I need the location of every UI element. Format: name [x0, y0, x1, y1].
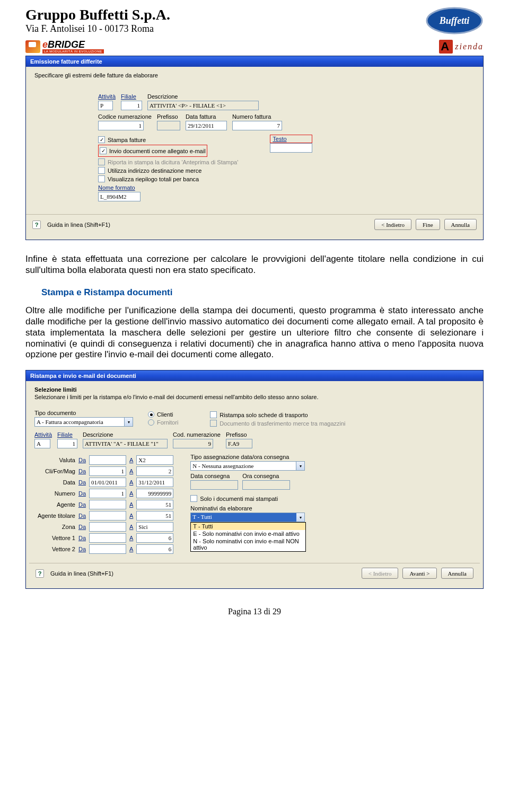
- input-data-da[interactable]: [89, 478, 126, 487]
- label2-filiale[interactable]: Filiale: [57, 431, 77, 438]
- input-vett1-da[interactable]: [89, 533, 126, 543]
- help-link2[interactable]: Guida in linea (Shift+F1): [50, 570, 113, 577]
- input-tipoass[interactable]: [190, 461, 296, 471]
- svg-text:Buffetti: Buffetti: [439, 15, 470, 26]
- input-nominativi[interactable]: T - Tutti: [190, 513, 296, 522]
- input-num-da[interactable]: [89, 489, 126, 498]
- input2-descr: [83, 439, 168, 448]
- input-agente-da[interactable]: [89, 500, 126, 509]
- window-instruction: Specificare gli estremi delle fatture da…: [34, 72, 475, 78]
- input2-filiale[interactable]: [57, 439, 77, 448]
- input-attivita[interactable]: [98, 101, 113, 110]
- input2-attivita[interactable]: [34, 439, 50, 448]
- window-ristampa-invio: Ristampa e invio e-mail dei documenti Se…: [25, 370, 484, 589]
- input-datafattura[interactable]: [186, 121, 227, 130]
- input-vett1-a[interactable]: [136, 533, 173, 543]
- dropdown-arrow-icon[interactable]: ▾: [125, 417, 133, 427]
- window-emissione-fatture: Emissione fatture differite Specificare …: [25, 56, 484, 240]
- input-descrizione: [147, 101, 259, 110]
- label-codnum: Codice numerazione: [98, 113, 152, 120]
- input-codnum[interactable]: [98, 121, 144, 130]
- checkbox-ristampa-schede[interactable]: [210, 411, 217, 418]
- paragraph-stampa-ristampa: Oltre alle modifiche per l'unificazione …: [25, 305, 484, 360]
- label-attivita[interactable]: Attività: [98, 93, 116, 100]
- cancel-button2[interactable]: Annulla: [441, 568, 473, 579]
- back-button2: < Indietro: [362, 568, 399, 579]
- cancel-button[interactable]: Annulla: [444, 219, 477, 230]
- label2-attivita[interactable]: Attività: [34, 431, 52, 438]
- input-cfm-a[interactable]: [136, 466, 173, 476]
- input-agentetit-a[interactable]: [136, 511, 173, 520]
- limits-grid: ValutaDaA Cli/For/MagDaA DataDaA NumeroD…: [34, 454, 177, 555]
- input-numerofattura[interactable]: [232, 121, 282, 130]
- dropdown-nominativi-list[interactable]: T - Tutti E - Solo nominativi con invio …: [190, 522, 306, 552]
- input-agentetit-da[interactable]: [89, 511, 126, 520]
- label-filiale[interactable]: Filiale: [121, 93, 142, 100]
- checkbox-invio-email[interactable]: ✓: [100, 147, 107, 154]
- label-datafattura: Data fattura: [186, 113, 227, 120]
- checkbox-riporta-anteprima: [98, 158, 105, 165]
- ebridge-box-icon: [25, 40, 40, 53]
- dropdown-arrow-icon[interactable]: ▾: [296, 513, 305, 522]
- input-prefisso: [157, 121, 180, 130]
- company-address: Via F. Antolisei 10 - 00173 Roma: [25, 23, 170, 34]
- input-num-a[interactable]: [136, 489, 173, 498]
- input-valuta-da[interactable]: [89, 455, 126, 465]
- input-filiale[interactable]: [121, 101, 142, 110]
- input-data-a[interactable]: [136, 478, 173, 487]
- help-icon: ?: [36, 569, 44, 578]
- label2-descr: Descrizione: [83, 431, 168, 438]
- label-descrizione: Descrizione: [147, 93, 259, 100]
- checkbox-doc-trasferimento: [210, 420, 217, 427]
- selezione-limiti-label: Selezione limiti: [34, 386, 475, 393]
- input-zona-a[interactable]: [136, 522, 173, 532]
- input-cfm-da[interactable]: [89, 466, 126, 476]
- window2-titlebar: Ristampa e invio e-mail dei documenti: [26, 370, 483, 381]
- azienda-a-icon: A: [439, 40, 453, 54]
- window2-instruction: Selezionare i limiti per la ristampa e/o…: [34, 394, 475, 400]
- section-heading: Stampa e Ristampa documenti: [41, 287, 484, 298]
- help-link[interactable]: Guida in linea (Shift+F1): [47, 222, 110, 228]
- input2-prefisso: [226, 439, 252, 448]
- help-icon: ?: [32, 220, 41, 229]
- label-numerofattura: Numero fattura: [232, 113, 282, 120]
- checkbox-indirizzo-merce[interactable]: [98, 167, 105, 174]
- input-tipodoc[interactable]: [34, 417, 125, 427]
- label-nomeformato[interactable]: Nome formato: [98, 184, 238, 191]
- paragraph-correzione: Infine è stata effettuata una correzione…: [25, 254, 484, 276]
- input-vett2-a[interactable]: [136, 544, 173, 554]
- azienda-logo: A zienda: [439, 40, 484, 54]
- input2-codnum: [173, 439, 213, 448]
- window-titlebar: Emissione fatture differite: [26, 56, 483, 67]
- label-testo[interactable]: Testo: [271, 136, 287, 142]
- input-zona-da[interactable]: [89, 522, 126, 532]
- finish-button[interactable]: Fine: [416, 219, 440, 230]
- next-button[interactable]: Avanti >: [402, 568, 436, 579]
- input-agente-a[interactable]: [136, 500, 173, 509]
- buffetti-logo: Buffetti: [425, 6, 484, 35]
- input-oracons: [242, 480, 290, 490]
- radio-clienti[interactable]: [148, 411, 154, 418]
- input-testo[interactable]: [270, 143, 312, 153]
- dropdown-option-tutti[interactable]: T - Tutti: [191, 523, 305, 530]
- label2-prefisso: Prefisso: [226, 431, 252, 438]
- checkbox-riepilogo-banca[interactable]: [98, 175, 105, 182]
- input-nomeformato[interactable]: [98, 192, 141, 201]
- label-prefisso: Prefisso: [157, 113, 180, 120]
- label-tipodoc: Tipo documento: [34, 410, 133, 416]
- checkbox-stampa-fatture[interactable]: ✓: [98, 136, 105, 143]
- ebridge-logo: eBRIDGE LA MODULARITÀ IN EVOLUZIONE: [25, 39, 104, 54]
- company-name: Gruppo Buffetti S.p.A.: [25, 6, 170, 23]
- radio-fornitori: [148, 419, 154, 426]
- dropdown-option-attivo[interactable]: E - Solo nominativi con invio e-mail att…: [191, 530, 305, 537]
- input-datacons: [190, 480, 238, 490]
- page-footer: Pagina 13 di 29: [25, 607, 484, 616]
- checkbox-solo-mai-stampati[interactable]: [190, 495, 197, 502]
- input-vett2-da[interactable]: [89, 544, 126, 554]
- dropdown-arrow-icon[interactable]: ▾: [296, 461, 305, 471]
- label2-codnum: Cod. numerazione: [173, 431, 221, 438]
- dropdown-option-non-attivo[interactable]: N - Solo nominativi con invio e-mail NON…: [191, 537, 305, 551]
- back-button[interactable]: < Indietro: [374, 219, 411, 230]
- input-valuta-a[interactable]: [136, 455, 173, 465]
